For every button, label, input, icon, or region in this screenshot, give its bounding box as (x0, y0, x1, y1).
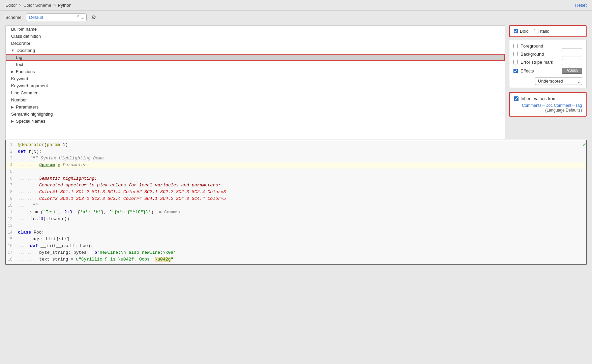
background-checkbox[interactable] (513, 52, 518, 56)
scheme-select-wrapper: Default Darcula High Contrast Monokai ⌃⌄ (26, 13, 87, 21)
code-line-17: 17 ........ byte_string: bytes = b'newli… (6, 249, 586, 256)
tree-item-special-names[interactable]: ▶ Special Names (6, 118, 505, 125)
breadcrumb-bar: Editor > Color Scheme > Python Reset (0, 0, 592, 11)
tree-item-label: Class definition (11, 34, 41, 39)
italic-checkbox-label[interactable]: Italic (534, 29, 549, 34)
line-number: 16 (6, 243, 17, 249)
code-line-2: 2 def f(x): (6, 148, 586, 155)
tree-item-semantic-highlighting[interactable]: Semantic highlighting (6, 111, 505, 118)
gear-button[interactable]: ⚙ (90, 13, 97, 21)
breadcrumb-sep-2: > (53, 3, 56, 8)
line-content: ........ Generated spectrum to pick colo… (17, 182, 586, 189)
right-panel: Bold Italic Foreground Backgroun (509, 25, 587, 140)
line-content (17, 169, 586, 175)
error-stripe-color-swatch[interactable] (562, 59, 582, 65)
code-line-10: 10 .... """ (6, 202, 586, 209)
tree-item-keyword[interactable]: Keyword (6, 75, 505, 82)
background-row: Background (513, 51, 582, 57)
expand-icon: ▼ (11, 49, 14, 52)
tree-item-label: Keyword (11, 76, 28, 81)
line-number: 14 (6, 229, 17, 236)
line-content (17, 222, 586, 229)
error-stripe-checkbox[interactable] (513, 60, 518, 64)
breadcrumb-editor[interactable]: Editor (5, 3, 17, 8)
line-content: ........ Color#1 SC1.1 SC1.2 SC1.3 SC1.4… (17, 189, 586, 195)
tree-item-number[interactable]: Number (6, 96, 505, 103)
effects-color-swatch[interactable]: 808080 (562, 68, 582, 74)
code-line-9: 9 ........ Color#3 SC3.1 SC3.2 SC3.3 SC3… (6, 195, 586, 202)
effect-type-select[interactable]: Underscored Underwaved Bordered Box Roun… (535, 77, 582, 85)
scheme-label: Scheme: (5, 15, 23, 20)
tree-item-text[interactable]: Text (6, 61, 505, 68)
line-content: .... """ Syntax Highlighting Demo (17, 155, 586, 162)
tree-item-class-definition[interactable]: Class definition (6, 33, 505, 40)
breadcrumb: Editor > Color Scheme > Python (5, 3, 71, 8)
line-number: 5 (6, 169, 17, 175)
italic-checkbox[interactable] (534, 29, 538, 33)
line-content: ........ Semantic highlighting: (17, 175, 586, 182)
expand-icon: ▶ (11, 119, 14, 123)
breadcrumb-python: Python (58, 3, 71, 8)
line-number: 3 (6, 155, 17, 162)
bold-checkbox[interactable] (514, 29, 518, 33)
code-line-12: 12 .... f(s[0].lower()) (6, 216, 586, 222)
tree-item-line-comment[interactable]: Line Comment (6, 89, 505, 96)
tree-item-decorator[interactable]: Decorator (6, 40, 505, 47)
line-number: 10 (6, 202, 17, 209)
line-number: 12 (6, 216, 17, 222)
breadcrumb-sep-1: > (19, 3, 22, 8)
tree-item-label: Decorator (11, 41, 30, 46)
line-number: 17 (6, 249, 17, 256)
tree-item-label: Number (11, 97, 27, 102)
italic-label: Italic (540, 29, 549, 34)
inherit-link[interactable]: Comments→Doc Comment→Tag (514, 103, 582, 108)
effects-label: Effects (521, 68, 559, 73)
inherit-sublabel: (Language Defaults) (514, 108, 582, 113)
main-content: Built-in name Class definition Decorator… (0, 25, 592, 140)
code-line-6: 6 ........ Semantic highlighting: (6, 175, 586, 182)
line-content: .... """ (17, 202, 586, 209)
background-label: Background (521, 52, 559, 57)
tree-item-label: Tag (15, 55, 22, 60)
code-line-4: 4 ........ @param x Parameter (6, 162, 586, 169)
reset-link[interactable]: Reset (575, 3, 587, 8)
bold-italic-box: Bold Italic (509, 25, 587, 37)
effects-checkbox[interactable] (513, 69, 518, 73)
tree-item-functions[interactable]: ▶ Functions (6, 68, 505, 75)
line-content: ........ text_string = u"Cyrillic Я is \… (17, 256, 586, 263)
line-number: 1 (6, 142, 17, 148)
line-number: 7 (6, 182, 17, 189)
foreground-checkbox[interactable] (513, 44, 518, 48)
apply-check-icon[interactable]: ✓ (583, 140, 586, 149)
code-line-7: 7 ........ Generated spectrum to pick co… (6, 182, 586, 189)
background-color-swatch[interactable] (562, 51, 582, 57)
code-container: ✓ 1 @decorator(param=1) 2 def f(x): 3 ..… (0, 140, 592, 364)
tree-item-tag[interactable]: Tag (6, 54, 505, 61)
bold-checkbox-label[interactable]: Bold (514, 29, 529, 34)
code-line-14: 14 class Foo: (6, 229, 586, 236)
scheme-select[interactable]: Default Darcula High Contrast Monokai (26, 13, 87, 21)
tree-item-parameters[interactable]: ▶ Parameters (6, 103, 505, 111)
tree-item-label: Line Comment (11, 90, 40, 95)
line-number: 2 (6, 148, 17, 155)
line-content: .... def __init__(self: Foo): (17, 243, 586, 249)
effects-row: Effects 808080 (513, 68, 582, 74)
code-line-1: 1 @decorator(param=1) (6, 142, 586, 148)
code-line-15: 15 .... tags: List[str] (6, 236, 586, 243)
bold-label: Bold (520, 29, 529, 34)
expand-icon: ▶ (11, 70, 14, 73)
effect-type-row: Underscored Underwaved Bordered Box Roun… (513, 77, 582, 85)
breadcrumb-colorscheme[interactable]: Color Scheme (24, 3, 51, 8)
inherit-checkbox[interactable] (514, 96, 519, 101)
foreground-color-swatch[interactable] (562, 43, 582, 49)
code-line-13: 13 (6, 222, 586, 229)
inherit-box: Inherit values from: Comments→Doc Commen… (509, 92, 587, 117)
tree-item-label: Semantic highlighting (11, 112, 53, 117)
line-content: ........ @param x Parameter (17, 162, 586, 169)
tree-item-label: Functions (16, 69, 35, 74)
line-content: ........ Color#3 SC3.1 SC3.2 SC3.3 SC3.4… (17, 195, 586, 202)
tree-item-keyword-argument[interactable]: Keyword argument (6, 82, 505, 89)
tree-item-built-in-name[interactable]: Built-in name (6, 26, 505, 33)
code-line-11: 11 .... s = ("Test", 2+3, {'a': 'b'}, f'… (6, 209, 586, 216)
tree-item-docstring[interactable]: ▼ Docstring (6, 47, 505, 54)
